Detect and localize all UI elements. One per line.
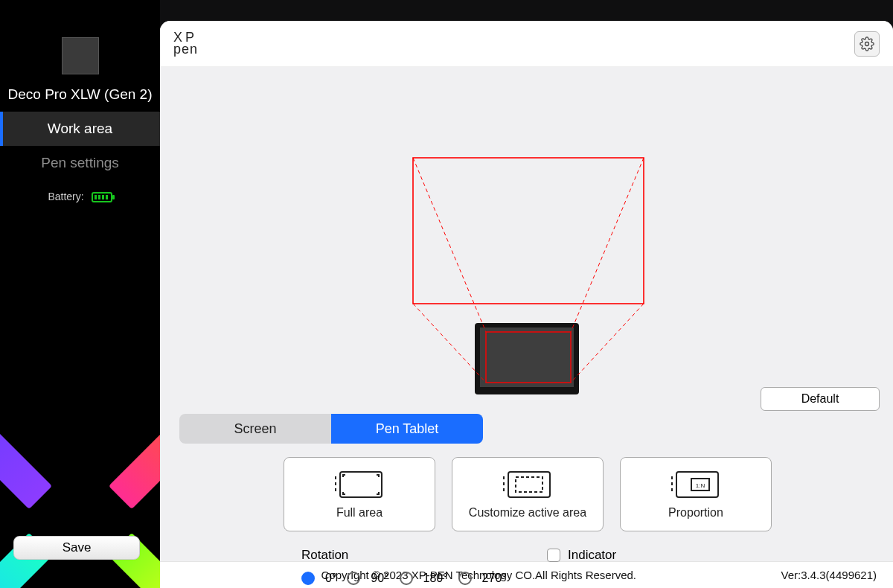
save-button[interactable]: Save — [13, 536, 140, 560]
radio-270-label: 270° — [482, 572, 507, 585]
radio-270[interactable] — [458, 572, 472, 585]
area-tabs: Screen Pen Tablet — [179, 414, 483, 444]
sidebar-item-pen-settings[interactable]: Pen settings — [0, 146, 160, 180]
tab-pen-tablet[interactable]: Pen Tablet — [331, 414, 483, 444]
brand-logo: XP pen — [173, 32, 198, 55]
area-mode-cards: Full area Customize active area 1:N Prop… — [284, 457, 772, 531]
svg-rect-13 — [508, 472, 550, 497]
svg-rect-3 — [480, 327, 574, 387]
work-area-canvas: Default Screen Pen Tablet Full area Cust… — [160, 67, 893, 561]
indicator-row: Indicator — [547, 548, 616, 563]
card-customize-area[interactable]: Customize active area — [452, 457, 604, 531]
sidebar-item-work-area[interactable]: Work area — [0, 112, 160, 146]
radio-90[interactable] — [347, 572, 360, 585]
radio-180[interactable] — [400, 572, 413, 585]
version: Ver:3.4.3(4499621) — [781, 569, 877, 581]
svg-line-6 — [571, 158, 644, 332]
svg-line-5 — [413, 158, 486, 332]
settings-button[interactable] — [854, 31, 880, 57]
battery-label: Battery: — [48, 191, 83, 202]
full-area-icon — [333, 469, 386, 500]
battery-status: Battery: — [0, 191, 160, 202]
radio-90-label: 90° — [371, 572, 388, 585]
device-thumbnail[interactable] — [62, 37, 99, 74]
header: XP pen — [160, 21, 893, 67]
mapping-diagram — [160, 67, 893, 409]
indicator-checkbox[interactable] — [547, 549, 560, 562]
svg-rect-9 — [340, 472, 382, 497]
svg-line-8 — [571, 304, 644, 383]
card-label: Proportion — [668, 506, 723, 520]
rotation-options: 0° 90° 180° 270° — [301, 572, 507, 585]
radio-180-label: 180° — [423, 572, 448, 585]
card-proportion[interactable]: 1:N Proportion — [620, 457, 772, 531]
card-label: Customize active area — [469, 506, 586, 520]
svg-point-0 — [865, 42, 869, 45]
gear-icon — [860, 36, 874, 51]
indicator-label: Indicator — [568, 548, 616, 563]
battery-icon — [92, 192, 112, 202]
device-name: Deco Pro XLW (Gen 2) — [0, 86, 160, 103]
svg-text:1:N: 1:N — [696, 482, 705, 489]
tab-screen[interactable]: Screen — [179, 414, 331, 444]
radio-0-label: 0° — [325, 572, 336, 585]
svg-rect-14 — [516, 477, 542, 492]
proportion-icon: 1:N — [669, 469, 723, 500]
default-button[interactable]: Default — [761, 387, 880, 411]
radio-0[interactable] — [301, 572, 315, 585]
card-full-area[interactable]: Full area — [284, 457, 435, 531]
svg-rect-1 — [413, 158, 644, 304]
main-panel: XP pen Default — [160, 21, 893, 588]
sidebar: Deco Pro XLW (Gen 2) Work area Pen setti… — [0, 0, 160, 588]
card-label: Full area — [336, 506, 383, 520]
customize-area-icon — [501, 469, 554, 500]
brand-x-logo — [0, 409, 160, 588]
rotation-label: Rotation — [301, 548, 348, 563]
footer: Copyright © 2023 XP-PEN Technology CO.Al… — [160, 561, 893, 588]
